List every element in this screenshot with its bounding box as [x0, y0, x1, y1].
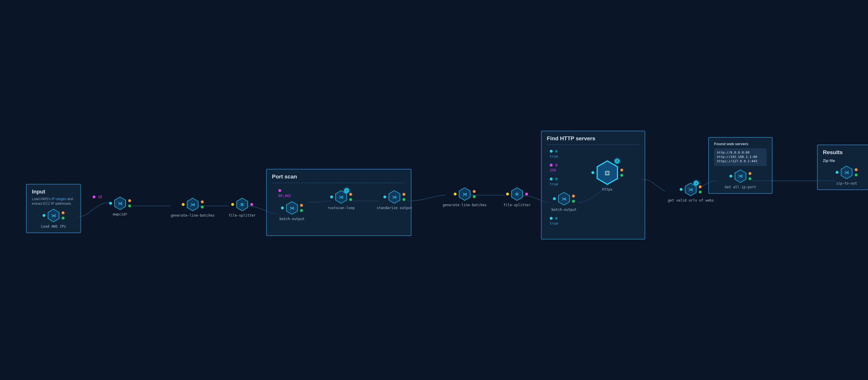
- group-results[interactable]: Results Zip file ⋊ zip-to-out: [817, 145, 868, 190]
- group-title: Find HTTP servers: [547, 135, 640, 142]
- node-generate-line-batches-1[interactable]: ⋊ generate-line-batches: [171, 198, 215, 218]
- group-find-http-servers[interactable]: Find HTTP servers true 250 true ⋊ batch-…: [541, 131, 645, 240]
- param-true-3: true: [550, 222, 558, 226]
- gear-icon: ✲: [240, 202, 244, 208]
- code-icon: ⋊: [562, 196, 566, 201]
- group-title: Input: [32, 189, 75, 195]
- node-zip-to-out[interactable]: ⋊ zip-to-out: [823, 166, 868, 185]
- node-file-splitter-2[interactable]: ✲ file-splitter: [503, 187, 531, 207]
- workflow-canvas[interactable]: Input Load AWS's IP ranges and extract E…: [0, 0, 868, 380]
- param-value: 10: [98, 195, 102, 199]
- node-batch-output-2[interactable]: ⋊ batch-output: [552, 192, 577, 212]
- node-rustscan-loop[interactable]: ⋊ • rustscan-loop: [328, 190, 355, 210]
- node-get-all-ip-port[interactable]: ⋊ Get all ip:port: [714, 169, 767, 189]
- node-file-splitter-1[interactable]: ✲ file-splitter: [228, 198, 256, 218]
- node-load-aws-ips[interactable]: ⋊ Load AWS IPs: [32, 209, 75, 228]
- code-icon: ⋊: [51, 213, 56, 218]
- separator: [547, 145, 640, 145]
- code-icon: ⋊: [290, 205, 294, 211]
- code-icon: ⋊: [738, 173, 743, 179]
- code-icon: ⋊: [844, 170, 849, 175]
- node-httpx[interactable]: ⧈ ⠿ httpx: [597, 160, 618, 191]
- group-found-web-servers[interactable]: Found web servers http://8.8.8.8:80 http…: [708, 137, 773, 194]
- node-get-valid-urls[interactable]: ⋊ • get valid urls of webs: [668, 183, 714, 202]
- code-icon: ⋊: [688, 187, 693, 192]
- code-icon: ⋊: [339, 194, 343, 200]
- gear-icon: ✲: [515, 191, 519, 197]
- badge-icon: ⠿: [615, 158, 620, 164]
- group-title: Port scan: [272, 173, 406, 180]
- node-generate-line-batches-2[interactable]: ⋊ generate-line-batches: [443, 187, 487, 207]
- code-output: http://8.8.8.8:80 http://192.168.1.1:80 …: [714, 148, 767, 166]
- ports-in: [42, 214, 45, 217]
- group-port-scan[interactable]: Port scan 80,443 ⋊ batch-output: [266, 169, 411, 236]
- node-mapcidr[interactable]: 10 ⋊ mapcidr: [113, 197, 128, 216]
- ports-out: [62, 212, 64, 220]
- code-icon: ⋊: [190, 202, 195, 208]
- param-true-1: true: [550, 154, 558, 158]
- code-icon: ⋊: [392, 194, 397, 200]
- badge-icon: •: [693, 181, 699, 186]
- code-icon: ⋊: [118, 201, 122, 206]
- group-title: Results: [823, 149, 868, 156]
- node-batch-output[interactable]: ⋊ batch-output: [279, 201, 305, 221]
- node-standarize-output[interactable]: ⋊ standarize output: [377, 190, 412, 210]
- cube-icon: ⧈: [605, 168, 610, 178]
- group-desc: Load AWS's IP ranges and extract EC2 IP …: [32, 197, 75, 206]
- param-true-2: true: [550, 182, 558, 186]
- group-input[interactable]: Input Load AWS's IP ranges and extract E…: [26, 184, 81, 233]
- param-250: 250: [550, 168, 558, 172]
- code-icon: ⋊: [462, 191, 467, 197]
- link-ip-ranges[interactable]: IP ranges: [52, 197, 66, 201]
- param-ports: 80,443: [278, 194, 291, 198]
- badge-icon: •: [344, 188, 349, 193]
- hex-icon: ⋊: [48, 209, 59, 222]
- group-subtitle: Found web servers: [714, 142, 767, 146]
- group-subtitle: Zip file: [823, 158, 868, 163]
- param-port: [93, 195, 95, 198]
